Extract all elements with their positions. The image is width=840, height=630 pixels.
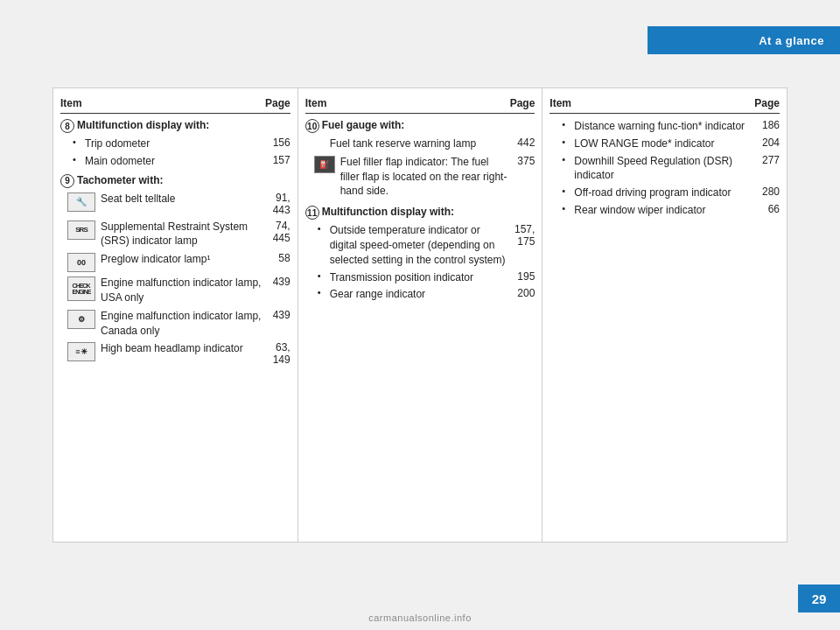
col3-item3-text: Downhill Speed Regulation (DSR) indicato…	[574, 154, 753, 184]
col1-header: Item Page	[60, 97, 290, 114]
bullet-icon: •	[562, 136, 574, 147]
col3-item5-page: 66	[753, 203, 780, 215]
panel-col3: Item Page • Distance warning func-tion* …	[542, 88, 788, 542]
fuel-filler-page: 375	[508, 155, 535, 167]
highbeam-icon-box: ≡☀	[67, 342, 95, 361]
section10-row: 10 Fuel gauge with:	[305, 119, 536, 133]
engine-text: Engine malfunction indicator lamp, USA o…	[101, 276, 264, 305]
fuel-reserve-page: 442	[508, 136, 535, 149]
fuel-reserve-text: Fuel tank reserve warning lamp	[330, 136, 509, 151]
engine-icon-box: CHECKENGINE	[67, 276, 95, 301]
sub1-text: Trip odometer	[85, 136, 264, 151]
icon-highbeam-row: ≡☀ High beam headlamp indicator 63,149	[67, 341, 290, 366]
seatbelt-text: Seat belt telltale	[101, 192, 264, 206]
preglow-text: Preglow indicator lamp¹	[101, 252, 264, 267]
engine2-text: Engine malfunction indicator lamp, Canad…	[101, 309, 264, 339]
col3-item3: • Downhill Speed Regulation (DSR) indica…	[562, 154, 780, 184]
col3-item2: • LOW RANGE mode* indicator 204	[562, 136, 780, 151]
srs-text: Supplemental Restraint System (SRS) indi…	[101, 220, 264, 249]
col3-header-item: Item	[550, 97, 571, 109]
highbeam-text: High beam headlamp indicator	[101, 341, 264, 356]
sub1-page: 156	[264, 136, 290, 149]
engine2-icon-box: ⚙	[67, 310, 95, 329]
col3-item2-page: 204	[753, 136, 780, 149]
icon-preglow-row: 00 Preglow indicator lamp¹ 58	[67, 252, 290, 272]
section10-badge: 10	[305, 119, 319, 133]
col3-item1: • Distance warning func-tion* indicator …	[562, 119, 780, 134]
col3-item2-text: LOW RANGE mode* indicator	[574, 136, 753, 151]
col3-item4-text: Off-road driving program indicator	[574, 186, 753, 200]
fuel-filler-row: ⛽ Fuel filler flap indicator: The fuel f…	[314, 155, 536, 199]
section9-row: 9 Tachometer with:	[60, 174, 290, 188]
page-number-box: 29	[798, 584, 840, 612]
bullet-icon: •	[318, 287, 330, 298]
col3-item4: • Off-road driving program indicator 280	[562, 186, 780, 200]
bullet-icon: •	[562, 203, 574, 214]
section8-sub1: • Trip odometer 156	[73, 136, 290, 151]
s11-sub3-page: 200	[508, 287, 535, 299]
col3-item1-text: Distance warning func-tion* indicator	[574, 119, 753, 134]
s11-sub2-text: Transmission position indicator	[330, 270, 509, 285]
content-area: Item Page 8 Multifunction display with: …	[52, 88, 788, 542]
bullet-icon: •	[562, 154, 574, 164]
col3-header: Item Page	[550, 97, 780, 114]
panel-col1: Item Page 8 Multifunction display with: …	[52, 88, 298, 542]
fuel-filler-icon-box: ⛽	[314, 156, 335, 173]
page-number: 29	[812, 592, 827, 606]
watermark: carmanualsonline.info	[368, 612, 472, 623]
fuel-filler-text: Fuel filler flap indicator: The fuel fil…	[340, 155, 509, 199]
header-bar: At a glance	[648, 26, 840, 54]
s11-sub3-text: Gear range indicator	[330, 287, 509, 302]
s11-sub1-text: Outside temperature indicator or digital…	[330, 223, 509, 267]
srs-page: 74,445	[264, 220, 290, 244]
col3-item1-page: 186	[753, 119, 780, 131]
section11-badge: 11	[305, 206, 319, 220]
col3-item5: • Rear window wiper indicator 66	[562, 203, 780, 218]
bullet-icon: •	[73, 136, 85, 147]
section8-row: 8 Multifunction display with:	[60, 119, 290, 133]
icon-seatbelt-row: 🔧 Seat belt telltale 91,443	[67, 192, 290, 216]
srs-icon-box: SRS	[67, 220, 95, 240]
col3-header-page: Page	[753, 97, 780, 109]
icon-engine-row: CHECKENGINE Engine malfunction indicator…	[67, 276, 290, 305]
sub2-text: Main odometer	[85, 154, 264, 169]
section11-sub2: • Transmission position indicator 195	[318, 270, 536, 285]
fuel-reserve-row: Fuel tank reserve warning lamp 442	[318, 136, 536, 151]
bullet-icon: •	[318, 270, 330, 281]
col1-header-page: Page	[264, 97, 290, 109]
section11-row: 11 Multifunction display with:	[305, 206, 536, 220]
panel-col2: Item Page 10 Fuel gauge with: Fuel tank …	[298, 88, 543, 542]
s11-sub2-page: 195	[508, 270, 535, 283]
bullet-icon: •	[73, 154, 85, 164]
seatbelt-icon-box: 🔧	[67, 192, 95, 212]
col1-header-item: Item	[60, 97, 82, 109]
bullet-icon: •	[562, 119, 574, 130]
highbeam-page: 63,149	[264, 341, 290, 366]
col3-item5-text: Rear window wiper indicator	[574, 203, 753, 218]
section11-sub3: • Gear range indicator 200	[318, 287, 536, 302]
header-title: At a glance	[759, 34, 824, 47]
s11-sub1-page: 157,175	[508, 223, 535, 248]
seatbelt-page: 91,443	[264, 192, 290, 216]
icon-srs-row: SRS Supplemental Restraint System (SRS) …	[67, 220, 290, 249]
section11-sub1: • Outside temperature indicator or digit…	[318, 223, 536, 267]
section8-sub2: • Main odometer 157	[73, 154, 290, 169]
bullet-icon: •	[318, 223, 330, 234]
preglow-icon-box: 00	[67, 253, 95, 272]
section8-label: Multifunction display with:	[77, 119, 290, 131]
section11-label: Multifunction display with:	[322, 206, 536, 218]
engine-page: 439	[264, 276, 290, 288]
section9-label: Tachometer with:	[77, 174, 290, 186]
col2-header-item: Item	[305, 97, 327, 109]
section10-label: Fuel gauge with:	[322, 119, 536, 131]
col2-header: Item Page	[305, 97, 536, 114]
col2-header-page: Page	[508, 97, 535, 109]
section8-badge: 8	[60, 119, 74, 133]
icon-engine2-row: ⚙ Engine malfunction indicator lamp, Can…	[67, 309, 290, 339]
col3-item4-page: 280	[753, 186, 780, 198]
preglow-page: 58	[264, 252, 290, 264]
engine2-page: 439	[264, 309, 290, 321]
bullet-icon: •	[562, 186, 574, 196]
sub2-page: 157	[264, 154, 290, 166]
section9-badge: 9	[60, 174, 74, 188]
